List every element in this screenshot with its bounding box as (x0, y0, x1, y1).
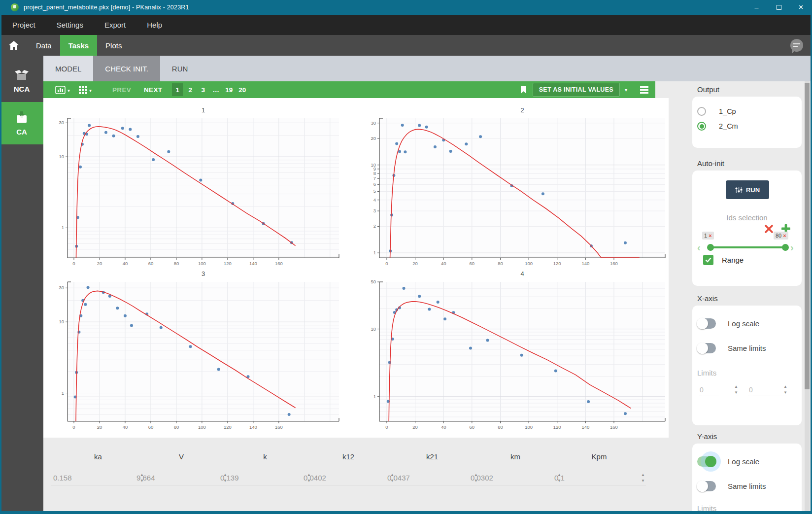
param-value-input[interactable]: 0.0402 (302, 474, 326, 482)
observation-point (199, 178, 202, 181)
step-up-icon: ▲ (783, 385, 787, 389)
panel-scrollbar[interactable] (805, 81, 810, 511)
sidebar-item-nca[interactable]: NCA (0, 60, 43, 102)
plot-menu-icon[interactable] (640, 86, 648, 94)
minimize-button[interactable]: – (745, 0, 768, 15)
tab-data[interactable]: Data (28, 35, 60, 56)
svg-text:100: 100 (525, 261, 533, 266)
bookmark-icon[interactable] (520, 86, 527, 94)
y-limits-label: Limits (697, 504, 716, 511)
param-stepper[interactable]: ▲▼ (641, 473, 646, 483)
page-button-20[interactable]: 20 (237, 83, 248, 96)
svg-text:100: 100 (198, 261, 206, 266)
slider-min-chip[interactable]: 1 × (702, 232, 714, 240)
limit-stepper[interactable]: ▲▼ (734, 385, 739, 395)
limit-value: 0 (699, 386, 704, 394)
slider-handle-min[interactable] (707, 244, 714, 251)
svg-text:7: 7 (373, 175, 376, 181)
sliders-icon (735, 186, 743, 194)
y-axis-section-title: Y-axis (697, 432, 717, 441)
remove-selection-icon[interactable] (764, 224, 774, 234)
menu-export[interactable]: Export (96, 15, 135, 35)
plot-type-button[interactable]: ▾ (55, 86, 70, 94)
main-tab-bar: Data Tasks Plots (0, 35, 812, 56)
x-log-scale-toggle[interactable] (697, 318, 716, 329)
auto-init-run-button[interactable]: RUN (726, 180, 769, 199)
tab-run[interactable]: RUN (160, 56, 200, 81)
svg-text:120: 120 (224, 261, 232, 266)
param-value-input[interactable]: 9.664 (135, 474, 155, 482)
x-limit-max-input[interactable]: 0 ▲▼ (748, 383, 788, 396)
page-button-3[interactable]: 3 (198, 83, 208, 96)
run-label: RUN (746, 186, 760, 194)
scrollbar-thumb[interactable] (805, 83, 810, 389)
radio-selected-icon[interactable] (697, 122, 706, 131)
svg-text:5: 5 (373, 188, 376, 194)
set-values-dropdown-icon[interactable]: ▾ (625, 87, 627, 93)
observation-point (554, 370, 557, 373)
remove-icon[interactable]: × (709, 233, 711, 239)
tab-model[interactable]: MODEL (43, 56, 93, 81)
next-page-button[interactable]: NEXT (144, 86, 162, 94)
tab-tasks[interactable]: Tasks (60, 35, 97, 56)
limit-stepper[interactable]: ▲▼ (783, 385, 788, 395)
remove-icon[interactable]: × (783, 233, 786, 239)
observation-point (428, 308, 431, 311)
tab-check-init[interactable]: CHECK INIT. (93, 56, 160, 81)
output-option-2cm[interactable]: 2_Cm (697, 122, 738, 131)
toolbar-gap (655, 81, 669, 98)
sidebar-item-ca[interactable]: CA (0, 102, 43, 144)
check-init-plots[interactable]: 0204060801001201401603010110204060801001… (43, 98, 669, 438)
ids-range-slider[interactable] (710, 246, 785, 248)
feedback-bubble-icon[interactable] (790, 39, 803, 52)
svg-text:0: 0 (72, 424, 75, 430)
window-border (0, 15, 1, 514)
maximize-button[interactable] (768, 0, 790, 15)
tab-plots[interactable]: Plots (97, 35, 130, 56)
y-same-limits-toggle[interactable] (697, 481, 716, 491)
observation-point (395, 142, 398, 145)
menu-settings[interactable]: Settings (48, 15, 92, 35)
observation-point (624, 412, 627, 415)
grid-layout-button[interactable]: ▾ (79, 86, 92, 94)
svg-text:1: 1 (62, 225, 64, 230)
output-option-1cp[interactable]: 1_Cp (697, 107, 736, 116)
param-value-input[interactable]: 0.1 (552, 474, 565, 482)
svg-text:160: 160 (275, 424, 283, 430)
menu-help[interactable]: Help (138, 15, 171, 35)
page-button-2[interactable]: 2 (185, 83, 196, 96)
svg-text:3: 3 (202, 270, 205, 277)
observation-point (469, 347, 472, 350)
y-axis-same-limits-row: Same limits (697, 481, 766, 491)
prev-page-button[interactable]: PREV (112, 86, 131, 94)
slider-right-chevron-icon[interactable]: › (790, 242, 794, 253)
svg-text:40: 40 (441, 424, 446, 430)
radio-unselected-icon[interactable] (697, 107, 706, 116)
page-button-1[interactable]: 1 (172, 83, 183, 96)
sidebar-item-label: NCA (14, 85, 30, 93)
home-button[interactable] (0, 35, 28, 56)
x-limit-min-input[interactable]: 0 ▲▼ (699, 383, 739, 396)
x-same-limits-toggle[interactable] (697, 343, 716, 353)
slider-max-chip[interactable]: 80 × (774, 232, 788, 240)
observation-point (130, 324, 133, 327)
param-value-input[interactable]: 0.0302 (469, 474, 493, 482)
svg-text:6: 6 (373, 181, 376, 187)
param-value-input[interactable]: 0.0437 (385, 474, 410, 482)
param-value-input[interactable]: 0.158 (51, 474, 72, 482)
chevron-down-icon: ▾ (89, 88, 92, 93)
y-log-scale-toggle[interactable] (697, 456, 716, 467)
page-button-19[interactable]: 19 (223, 83, 235, 96)
toggle-label: Same limits (728, 482, 766, 490)
param-k: k 0.139 ▲▼ (218, 452, 312, 485)
slider-left-chevron-icon[interactable]: ‹ (697, 242, 701, 253)
close-button[interactable]: × (790, 0, 812, 15)
svg-text:160: 160 (610, 261, 618, 266)
observation-point (479, 135, 482, 138)
menu-project[interactable]: Project (3, 15, 44, 35)
range-checkbox[interactable] (703, 255, 713, 265)
slider-handle-max[interactable] (782, 244, 789, 251)
set-as-initial-values-button[interactable]: SET AS INITIAL VALUES (533, 83, 620, 97)
svg-text:80: 80 (174, 424, 179, 430)
param-value-input[interactable]: 0.139 (218, 474, 239, 482)
